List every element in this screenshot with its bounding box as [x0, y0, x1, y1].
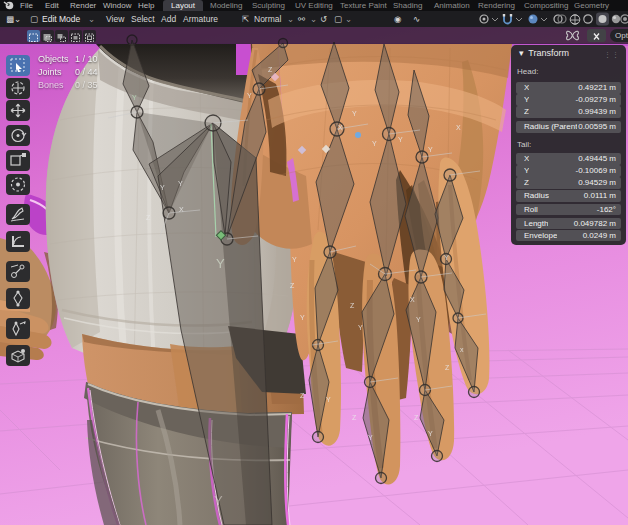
svg-text:Y: Y — [132, 94, 137, 101]
svg-text:Y: Y — [214, 493, 223, 508]
svg-text:Y: Y — [444, 254, 449, 261]
svg-text:Z: Z — [445, 364, 450, 371]
svg-text:Z: Z — [352, 414, 357, 421]
svg-text:X: X — [338, 124, 343, 131]
svg-text:Y: Y — [416, 316, 421, 323]
svg-text:Y: Y — [428, 146, 433, 153]
svg-text:Z: Z — [300, 392, 305, 399]
svg-text:Y: Y — [398, 136, 403, 143]
svg-text:x: x — [460, 346, 464, 353]
svg-text:Y: Y — [292, 256, 297, 263]
svg-text:Y: Y — [160, 184, 165, 191]
svg-text:Z: Z — [414, 414, 419, 421]
svg-text:Y: Y — [178, 180, 183, 187]
svg-text:Y: Y — [358, 324, 363, 331]
svg-text:X: X — [456, 124, 461, 131]
svg-text:Z: Z — [290, 282, 295, 289]
svg-text:Y: Y — [372, 140, 377, 147]
svg-text:Z: Z — [268, 66, 273, 73]
svg-text:Y: Y — [216, 256, 225, 271]
svg-text:X: X — [410, 296, 415, 303]
svg-text:Y: Y — [247, 92, 252, 99]
svg-text:Y: Y — [300, 314, 305, 321]
svg-text:Z: Z — [146, 214, 151, 221]
svg-text:Y: Y — [368, 434, 373, 441]
svg-text:Y: Y — [352, 110, 357, 117]
svg-text:Y: Y — [428, 430, 433, 437]
svg-text:Y: Y — [326, 396, 331, 403]
svg-text:Z: Z — [350, 302, 355, 309]
